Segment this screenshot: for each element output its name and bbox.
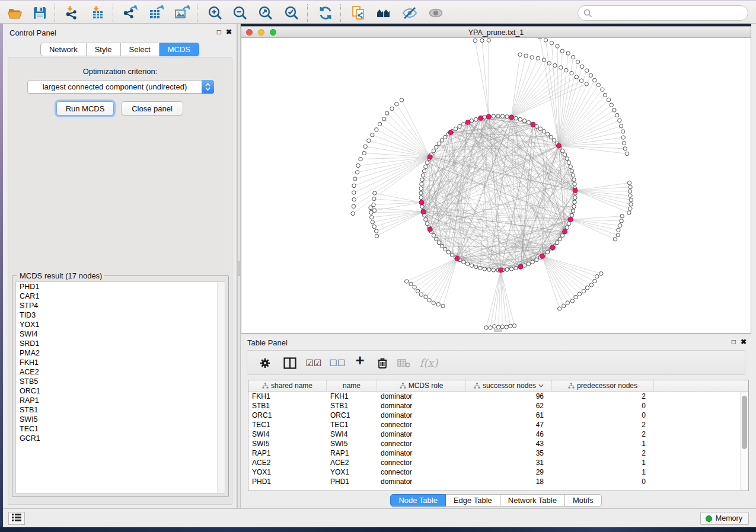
network-node[interactable] [595, 275, 599, 278]
cell-shared-name[interactable]: SWI4 [248, 430, 327, 439]
network-node[interactable] [436, 303, 440, 306]
network-node[interactable] [435, 145, 438, 149]
mcds-result-item[interactable]: STB5 [16, 377, 225, 386]
mcds-node[interactable] [448, 130, 453, 135]
network-node[interactable] [570, 71, 573, 75]
mcds-node[interactable] [563, 229, 567, 234]
network-node[interactable] [496, 114, 500, 118]
network-node[interactable] [432, 149, 435, 152]
network-node[interactable] [489, 326, 492, 329]
mcds-node[interactable] [428, 155, 432, 159]
cell-shared-name[interactable]: PHD1 [248, 477, 327, 486]
cell-successor-nodes[interactable]: 96 [466, 392, 552, 401]
mcds-node[interactable] [455, 256, 460, 261]
network-node[interactable] [542, 130, 546, 133]
network-node[interactable] [549, 135, 553, 139]
network-node[interactable] [375, 128, 378, 132]
cell-predecessor-nodes[interactable]: 0 [552, 477, 654, 486]
network-node[interactable] [619, 124, 623, 128]
new-network-from-selection-button[interactable] [349, 5, 369, 21]
cell-mcds-role[interactable]: connector [377, 458, 466, 467]
network-node[interactable] [458, 124, 461, 128]
network-node[interactable] [589, 283, 593, 287]
cell-mcds-role[interactable]: dominator [377, 392, 466, 401]
network-node[interactable] [518, 53, 522, 56]
network-node[interactable] [559, 66, 563, 69]
mcds-result-item[interactable]: YOX1 [16, 320, 225, 329]
network-node[interactable] [428, 299, 431, 302]
cell-mcds-role[interactable]: dominator [377, 411, 466, 420]
network-node[interactable] [530, 56, 534, 59]
network-node[interactable] [628, 190, 631, 193]
network-node[interactable] [505, 115, 509, 118]
network-node[interactable] [424, 165, 428, 168]
network-node[interactable] [566, 52, 570, 55]
network-node[interactable] [562, 304, 566, 307]
network-node[interactable] [420, 204, 424, 208]
network-node[interactable] [473, 39, 477, 42]
network-node[interactable] [558, 237, 562, 241]
table-row[interactable]: TEC1TEC1connector472 [248, 420, 748, 430]
network-node[interactable] [527, 120, 530, 124]
network-node[interactable] [627, 211, 631, 214]
network-node[interactable] [420, 182, 423, 186]
table-row[interactable]: ORC1ORC1dominator610 [248, 411, 748, 420]
export-table-button[interactable] [146, 5, 166, 21]
network-node[interactable] [359, 157, 362, 161]
search-field[interactable] [578, 5, 748, 21]
cell-shared-name[interactable]: TEC1 [248, 420, 327, 430]
network-node[interactable] [522, 119, 526, 123]
memory-button[interactable]: Memory [700, 512, 749, 525]
cell-successor-nodes[interactable]: 62 [466, 401, 552, 411]
network-node[interactable] [435, 237, 438, 241]
network-node[interactable] [596, 83, 600, 86]
mcds-result-item[interactable]: PMA2 [16, 348, 225, 358]
network-node[interactable] [558, 307, 562, 310]
network-node[interactable] [390, 107, 394, 110]
network-node[interactable] [629, 198, 633, 201]
cell-name[interactable]: ORC1 [327, 411, 377, 420]
network-node[interactable] [538, 38, 541, 39]
mcds-node[interactable] [518, 264, 523, 269]
network-node[interactable] [395, 102, 398, 106]
network-node[interactable] [629, 194, 632, 197]
mcds-result-item[interactable]: ACE2 [16, 367, 225, 377]
network-node[interactable] [432, 301, 435, 305]
network-node[interactable] [374, 229, 378, 233]
network-node[interactable] [573, 196, 577, 199]
network-node[interactable] [573, 182, 576, 186]
tab-mcds[interactable]: MCDS [160, 43, 199, 56]
cell-mcds-role[interactable]: connector [377, 467, 466, 477]
delete-column-button[interactable] [373, 354, 392, 372]
network-node[interactable] [544, 39, 547, 42]
network-node[interactable] [622, 141, 626, 145]
network-node[interactable] [572, 178, 576, 181]
network-node[interactable] [585, 69, 589, 72]
network-node[interactable] [560, 49, 564, 53]
network-node[interactable] [627, 181, 631, 184]
network-node[interactable] [371, 133, 374, 137]
column-header-predecessor-nodes[interactable]: predecessor nodes [552, 380, 654, 391]
cell-shared-name[interactable]: ACE2 [248, 458, 327, 467]
mcds-node[interactable] [509, 115, 514, 120]
network-node[interactable] [462, 260, 465, 264]
network-node[interactable] [617, 228, 620, 232]
cell-shared-name[interactable]: STB1 [248, 401, 327, 411]
network-node[interactable] [362, 151, 366, 155]
network-node[interactable] [547, 62, 551, 65]
mcds-node[interactable] [419, 200, 424, 205]
cell-name[interactable]: STB1 [327, 401, 377, 411]
column-header-mcds-role[interactable]: MCDS role [377, 380, 466, 391]
cell-predecessor-nodes[interactable]: 1 [552, 439, 654, 448]
mcds-result-item[interactable]: ORC1 [16, 386, 225, 396]
network-node[interactable] [413, 286, 416, 289]
search-input[interactable] [592, 7, 748, 19]
table-row[interactable]: PHD1PHD1dominator180 [248, 477, 748, 486]
mcds-node[interactable] [486, 114, 491, 119]
network-node[interactable] [419, 191, 423, 195]
zoom-selected-button[interactable] [282, 5, 302, 21]
cell-predecessor-nodes[interactable]: 2 [552, 430, 654, 439]
network-node[interactable] [567, 161, 570, 164]
float-panel-icon[interactable]: □ [217, 28, 221, 36]
first-neighbors-button[interactable] [374, 5, 394, 21]
